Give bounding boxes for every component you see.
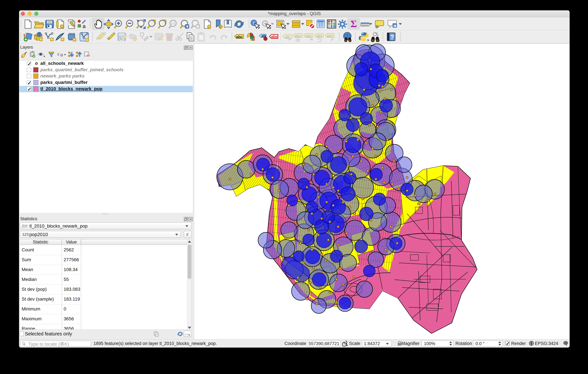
svg-text:1:1: 1:1 [171,22,175,25]
svg-text:abc: abc [236,35,243,39]
svg-text:Σ: Σ [350,19,357,29]
svg-text:>: > [367,38,369,42]
svg-text:abc: abc [271,34,278,39]
svg-text:abc: abc [295,34,301,38]
svg-text:a: a [83,23,86,29]
svg-text:i: i [253,20,254,25]
svg-text:abc: abc [316,34,322,38]
svg-text:ε: ε [57,51,60,56]
svg-text:abc: abc [327,34,333,38]
svg-text:?: ? [390,33,394,41]
svg-text:abc: abc [305,34,312,38]
